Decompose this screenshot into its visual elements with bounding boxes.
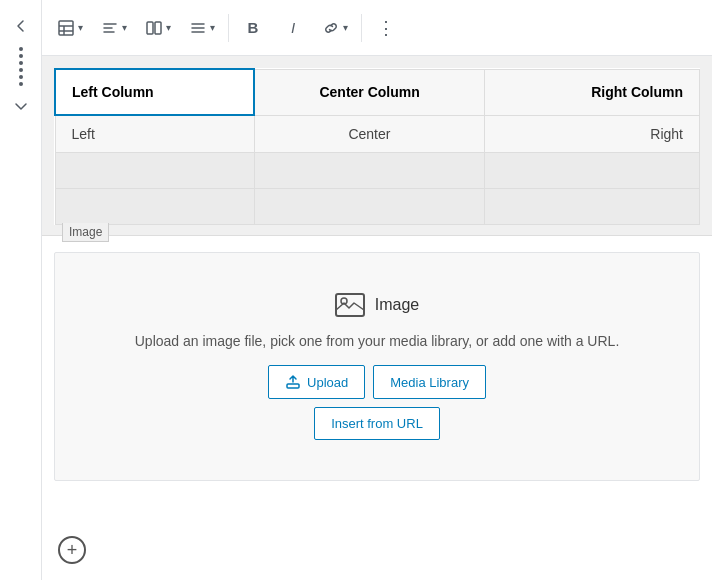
image-label-tag: Image	[62, 223, 109, 242]
main-content: ▾ ▾ ▾ ▾ B I	[42, 0, 712, 580]
upload-button[interactable]: Upload	[268, 365, 365, 399]
link-chevron: ▾	[343, 22, 348, 33]
insert-url-button[interactable]: Insert from URL	[314, 407, 440, 440]
toolbar: ▾ ▾ ▾ ▾ B I	[42, 0, 712, 56]
expand-down-icon	[14, 99, 28, 113]
drag-icon	[19, 47, 23, 86]
link-button[interactable]: ▾	[315, 10, 355, 46]
image-block: Image Upload an image file, pick one fro…	[54, 252, 700, 481]
collapse-button[interactable]	[3, 8, 39, 44]
image-block-title: Image	[335, 293, 419, 317]
image-btn-row-1: Upload Media Library	[268, 365, 486, 399]
header-right[interactable]: Right Column	[485, 69, 700, 115]
table-row-empty-1	[55, 153, 700, 189]
cell-center-2[interactable]	[254, 153, 484, 189]
cell-left-2[interactable]	[55, 153, 254, 189]
columns-button[interactable]: ▾	[138, 10, 178, 46]
table-row-empty-2	[55, 189, 700, 225]
italic-button[interactable]: I	[275, 10, 311, 46]
table-row: Left Center Right	[55, 115, 700, 153]
align-left-icon	[101, 19, 119, 37]
toolbar-sep-1	[228, 14, 229, 42]
header-center[interactable]: Center Column	[254, 69, 484, 115]
sidebar	[0, 0, 42, 580]
drag-button[interactable]	[3, 48, 39, 84]
column-table: Left Column Center Column Right Column L…	[54, 68, 700, 225]
image-btn-row-2: Insert from URL	[314, 407, 440, 440]
columns-chevron: ▾	[166, 22, 171, 33]
cell-left-3[interactable]	[55, 189, 254, 225]
collapse-icon	[14, 19, 28, 33]
toolbar-sep-2	[361, 14, 362, 42]
columns-icon	[145, 19, 163, 37]
media-library-button[interactable]: Media Library	[373, 365, 486, 399]
image-block-icon	[335, 293, 365, 317]
svg-rect-0	[59, 21, 73, 35]
text-align-icon	[189, 19, 207, 37]
svg-rect-14	[287, 384, 299, 388]
cell-right-2[interactable]	[485, 153, 700, 189]
header-left[interactable]: Left Column	[55, 69, 254, 115]
svg-rect-12	[336, 294, 364, 316]
upload-icon	[285, 374, 301, 390]
cell-center-3[interactable]	[254, 189, 484, 225]
table-area: Left Column Center Column Right Column L…	[42, 56, 712, 236]
link-icon	[322, 19, 340, 37]
cell-left-1[interactable]: Left	[55, 115, 254, 153]
more-button[interactable]: ⋮	[368, 10, 404, 46]
svg-rect-8	[155, 22, 161, 34]
text-align-button[interactable]: ▾	[182, 10, 222, 46]
expand-down-button[interactable]	[3, 88, 39, 124]
image-description: Upload an image file, pick one from your…	[135, 333, 620, 349]
align-chevron: ▾	[122, 22, 127, 33]
add-block-button[interactable]: +	[58, 536, 86, 564]
table-icon	[57, 19, 75, 37]
table-button[interactable]: ▾	[50, 10, 90, 46]
align-left-button[interactable]: ▾	[94, 10, 134, 46]
table-chevron: ▾	[78, 22, 83, 33]
bold-button[interactable]: B	[235, 10, 271, 46]
cell-right-1[interactable]: Right	[485, 115, 700, 153]
cell-center-1[interactable]: Center	[254, 115, 484, 153]
image-buttons: Upload Media Library Insert from URL	[268, 365, 486, 440]
cell-right-3[interactable]	[485, 189, 700, 225]
text-align-chevron: ▾	[210, 22, 215, 33]
svg-rect-7	[147, 22, 153, 34]
